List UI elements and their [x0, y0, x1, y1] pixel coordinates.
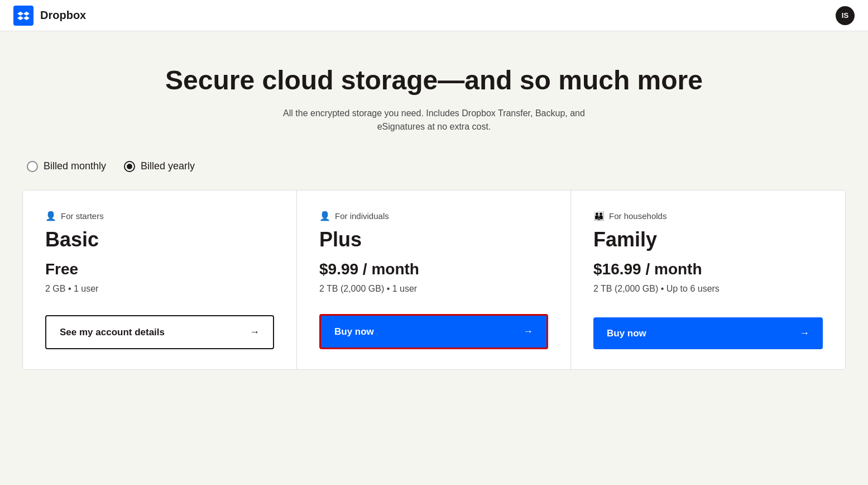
plan-plus-price: $9.99 / month [319, 260, 548, 278]
plans-grid: 👤 For starters Basic Free 2 GB • 1 user … [22, 190, 846, 370]
billing-yearly-radio[interactable] [124, 161, 135, 172]
hero-section: Secure cloud storage—and so much more Al… [22, 65, 846, 134]
plan-card-basic: 👤 For starters Basic Free 2 GB • 1 user … [23, 191, 297, 369]
plan-family-price: $16.99 / month [593, 260, 823, 278]
header-left: Dropbox [13, 6, 86, 26]
plan-plus-cta[interactable]: Buy now → [319, 314, 548, 349]
plan-family-storage: 2 TB (2,000 GB) • Up to 6 users [593, 284, 823, 294]
app-name: Dropbox [40, 9, 86, 22]
billing-monthly-option[interactable]: Billed monthly [27, 160, 106, 172]
plan-basic-cta-label: See my account details [60, 327, 165, 338]
plan-basic-storage: 2 GB • 1 user [45, 284, 274, 294]
plan-family-cta[interactable]: Buy now → [593, 317, 823, 349]
plan-card-plus: 👤 For individuals Plus $9.99 / month 2 T… [297, 191, 571, 369]
plan-card-family: 👪 For households Family $16.99 / month 2… [571, 191, 845, 369]
billing-yearly-option[interactable]: Billed yearly [124, 160, 195, 172]
family-icon: 👪 [593, 211, 605, 221]
person-icon: 👤 [45, 211, 56, 221]
plan-basic-for-label: For starters [61, 211, 104, 221]
person-icon: 👤 [319, 211, 330, 221]
arrow-icon: → [250, 326, 260, 338]
plan-plus-for: 👤 For individuals [319, 211, 548, 221]
billing-toggle: Billed monthly Billed yearly [22, 160, 846, 172]
hero-title: Secure cloud storage—and so much more [22, 65, 846, 96]
plan-basic-for: 👤 For starters [45, 211, 274, 221]
plan-plus-storage: 2 TB (2,000 GB) • 1 user [319, 284, 548, 294]
arrow-icon: → [799, 327, 809, 339]
app-header: Dropbox IS [0, 0, 868, 31]
plan-plus-name: Plus [319, 228, 548, 251]
plan-basic-name: Basic [45, 228, 274, 251]
plan-family-name: Family [593, 228, 823, 251]
plan-family-for-label: For households [609, 211, 666, 221]
plan-basic-price: Free [45, 260, 274, 278]
main-content: Secure cloud storage—and so much more Al… [0, 31, 868, 392]
plan-family-for: 👪 For households [593, 211, 823, 221]
billing-monthly-label: Billed monthly [44, 160, 106, 172]
plan-plus-for-label: For individuals [335, 211, 389, 221]
billing-yearly-label: Billed yearly [141, 160, 195, 172]
hero-subtitle: All the encrypted storage you need. Incl… [267, 107, 602, 134]
user-avatar[interactable]: IS [836, 6, 855, 25]
plan-family-cta-label: Buy now [607, 328, 646, 339]
plan-plus-cta-label: Buy now [334, 326, 374, 337]
arrow-icon: → [523, 326, 533, 337]
billing-yearly-radio-inner [127, 164, 132, 169]
dropbox-logo [13, 6, 33, 26]
plan-basic-cta[interactable]: See my account details → [45, 315, 274, 349]
billing-monthly-radio[interactable] [27, 161, 38, 172]
